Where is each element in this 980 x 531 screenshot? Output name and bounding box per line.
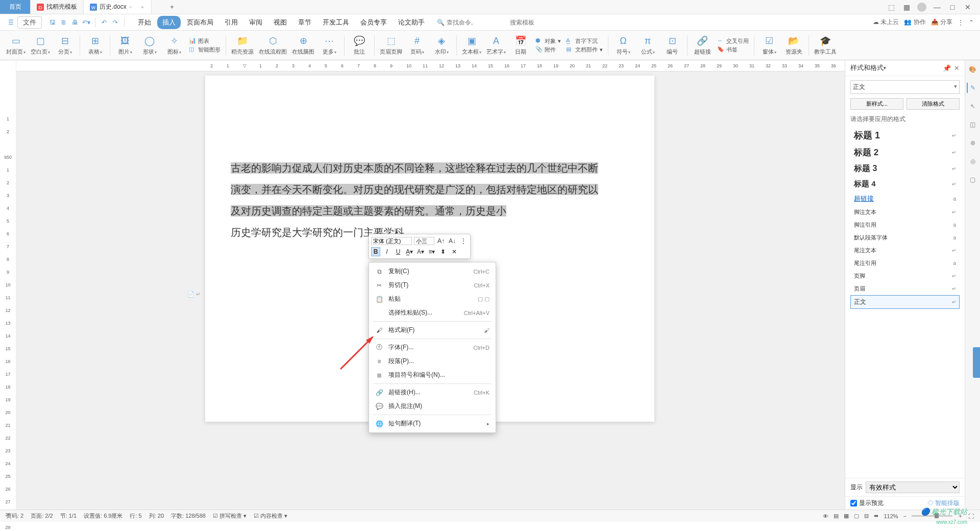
print-preview-icon[interactable]: 🗎 — [59, 18, 68, 27]
selected-text[interactable]: 古老的影响力促成人们对历史本质的不同诠释，这些诠释在过去的几个世纪中不断演变，并… — [231, 162, 598, 216]
tab-thesis[interactable]: 论文助手 — [393, 16, 430, 29]
close-button[interactable]: ✕ — [963, 3, 972, 12]
collapse-ribbon-icon[interactable]: ⌃ — [969, 19, 974, 26]
more-icon[interactable]: ⋮ — [958, 19, 964, 26]
zoom-label[interactable]: 112% — [884, 513, 898, 519]
crossref-button[interactable]: ↔交叉引用 — [717, 37, 749, 45]
line-spacing-button[interactable]: ⬍ — [438, 247, 448, 256]
style-heading4[interactable]: 标题 4↵ — [850, 177, 960, 191]
share-button[interactable]: 📤 分享 — [931, 18, 952, 27]
docparts-button[interactable]: ▤文档部件▾ — [566, 46, 603, 54]
font-color-button[interactable]: A▾ — [416, 247, 425, 256]
print-icon[interactable]: 🖶 — [70, 18, 80, 27]
style-heading2[interactable]: 标题 2↵ — [850, 144, 960, 161]
view-outline-icon[interactable]: ⊟ — [864, 513, 869, 519]
style-footer[interactable]: 页脚↵ — [850, 270, 960, 282]
style-hyperlink[interactable]: 超链接a — [850, 191, 960, 206]
show-preview-checkbox[interactable] — [850, 500, 857, 506]
grow-font-icon[interactable]: A↑ — [436, 236, 446, 246]
show-filter-select[interactable]: 有效样式 — [866, 481, 960, 493]
table-button[interactable]: ⊞表格 — [85, 35, 105, 56]
icon-button[interactable]: ✧图标 — [164, 35, 184, 56]
teaching-tools-button[interactable]: 🎓教学工具 — [814, 35, 837, 56]
tab-start[interactable]: 开始 — [133, 16, 156, 29]
mini-size-select[interactable] — [414, 237, 434, 245]
tab-reference[interactable]: 引用 — [219, 16, 243, 29]
tab-template[interactable]: D 找稻壳模板 — [31, 0, 84, 14]
paste-opt2-icon[interactable]: ▢ — [484, 296, 489, 302]
shrink-font-icon[interactable]: A↓ — [448, 236, 457, 246]
watermark-button[interactable]: ◈水印 — [432, 35, 451, 56]
numbering-button[interactable]: ⊡编号 — [663, 35, 682, 56]
pin-icon[interactable]: 📌 — [943, 64, 951, 72]
view-web-icon[interactable]: ▢ — [854, 513, 859, 519]
style-body[interactable]: 正文↵ — [850, 295, 960, 309]
redo-icon[interactable]: ↷ — [111, 18, 120, 27]
equation-button[interactable]: π公式 — [638, 35, 657, 56]
page-number-button[interactable]: #页码 — [407, 35, 427, 56]
file-menu[interactable]: 文件 — [17, 16, 42, 29]
shape-button[interactable]: ◯形状 — [140, 35, 159, 56]
layout-icon[interactable]: ⬚ — [887, 3, 896, 12]
blank-page-button[interactable]: ▢空白页 — [31, 35, 50, 56]
new-style-button[interactable]: 新样式... — [850, 98, 903, 110]
style-footnote-ref[interactable]: 脚注引用a — [850, 219, 960, 231]
cm-paste-special[interactable]: 选择性粘贴(S)...Ctrl+Alt+V — [369, 306, 496, 320]
view-print-icon[interactable]: ▦ — [844, 513, 849, 519]
side-protect-icon[interactable]: ◎ — [968, 156, 978, 166]
highlight-button[interactable]: A̲▾ — [405, 247, 414, 256]
side-nav-icon[interactable]: ◫ — [968, 119, 978, 130]
current-style-display[interactable]: 正文▾ — [850, 80, 960, 94]
smart-layout-link[interactable]: ◇ 智能排版 — [927, 499, 960, 508]
symbol-button[interactable]: Ω符号 — [614, 35, 633, 56]
menu-hamburger-icon[interactable]: ☰ — [6, 18, 15, 27]
more-options-icon[interactable]: ⋮ — [459, 236, 468, 246]
mini-font-select[interactable] — [371, 237, 412, 245]
view-eye-icon[interactable]: 👁 — [823, 513, 828, 519]
tab-insert[interactable]: 插入 — [157, 16, 181, 29]
style-header[interactable]: 页眉↵ — [850, 282, 960, 295]
undo-dropdown-icon[interactable]: ↶▾ — [82, 18, 91, 27]
tab-view[interactable]: 视图 — [268, 16, 292, 29]
side-help-icon[interactable]: ▢ — [968, 175, 978, 185]
style-heading1[interactable]: 标题 1↵ — [850, 127, 960, 144]
clear-format-button[interactable]: 清除格式 — [906, 98, 960, 110]
resource-folder-button[interactable]: 📂资源夹 — [784, 35, 803, 56]
grid-icon[interactable]: ▦ — [902, 3, 911, 12]
style-footnote-text[interactable]: 脚注文本↵ — [850, 206, 960, 219]
status-line[interactable]: 行: 5 — [130, 512, 141, 520]
cm-bullets[interactable]: ≣项目符号和编号(N)... — [369, 368, 496, 382]
tab-review[interactable]: 审阅 — [244, 16, 267, 29]
more-inserts-button[interactable]: ⋯更多 — [320, 35, 339, 56]
cm-font[interactable]: ⓕ字体(F)...Ctrl+D — [369, 341, 496, 354]
fullscreen-icon[interactable]: ⛶ — [968, 513, 974, 519]
date-button[interactable]: 📅日期 — [511, 35, 530, 56]
style-endnote-ref[interactable]: 尾注引用a — [850, 257, 960, 270]
undo-icon[interactable]: ↶ — [100, 18, 109, 27]
paste-opt1-icon[interactable]: ▢ — [478, 296, 483, 302]
bookmark-button[interactable]: 🔖书签 — [717, 46, 749, 54]
smartart-button[interactable]: ◫智能图形 — [189, 46, 220, 54]
maximize-button[interactable]: □ — [948, 3, 957, 12]
panel-close-icon[interactable]: ✕ — [954, 64, 960, 72]
tab-pagelayout[interactable]: 页面布局 — [182, 16, 218, 29]
textbox-button[interactable]: ▣文本框 — [462, 35, 481, 56]
format-opt-icon[interactable]: 🖌 — [484, 327, 489, 333]
save-icon[interactable]: 🖫 — [48, 18, 57, 27]
style-endnote-text[interactable]: 尾注文本↵ — [850, 244, 960, 257]
command-search-input[interactable] — [447, 19, 508, 26]
side-drawer-handle[interactable] — [973, 347, 980, 378]
tab-document[interactable]: W 历史.docx ○ ＋ — [84, 0, 152, 14]
cm-insert-comment[interactable]: 💬插入批注(M) — [369, 399, 496, 413]
hyperlink-button[interactable]: 🔗超链接 — [693, 35, 712, 56]
align-button[interactable]: ≡▾ — [427, 247, 436, 256]
comment-button[interactable]: 💬批注 — [350, 35, 369, 56]
status-section[interactable]: 节: 1/1 — [60, 512, 77, 520]
underline-button[interactable]: U — [394, 247, 403, 256]
forms-button[interactable]: ☑窗体 — [760, 35, 779, 56]
status-content-check[interactable]: ☑ 内容检查 ▾ — [254, 512, 287, 520]
minimize-button[interactable]: — — [933, 3, 942, 12]
tab-close-icon[interactable]: ＋ — [140, 4, 145, 11]
tab-vip[interactable]: 会员专享 — [355, 16, 392, 29]
cm-cut[interactable]: ✂剪切(T)Ctrl+X — [369, 278, 496, 292]
